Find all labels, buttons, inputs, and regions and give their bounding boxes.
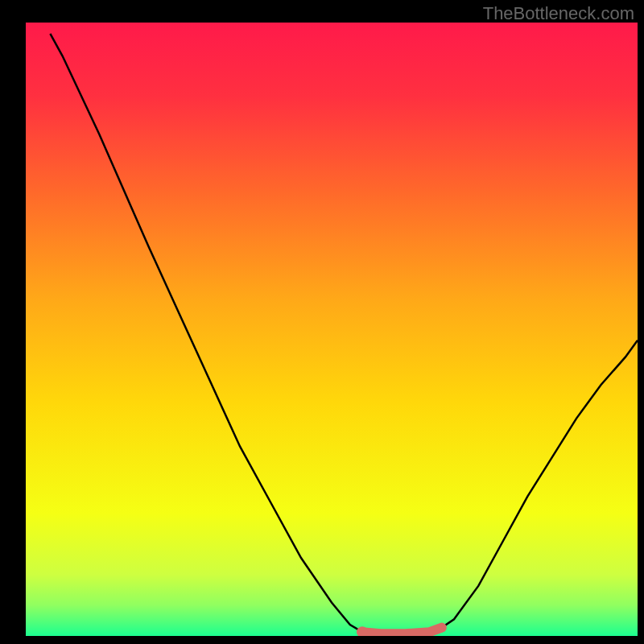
frame (0, 636, 644, 644)
chart-container: TheBottleneck.com (0, 0, 644, 644)
frame (0, 0, 26, 644)
frame (638, 0, 644, 644)
watermark-text: TheBottleneck.com (483, 3, 634, 24)
bottleneck-chart (0, 0, 644, 644)
gradient-background (26, 23, 638, 636)
